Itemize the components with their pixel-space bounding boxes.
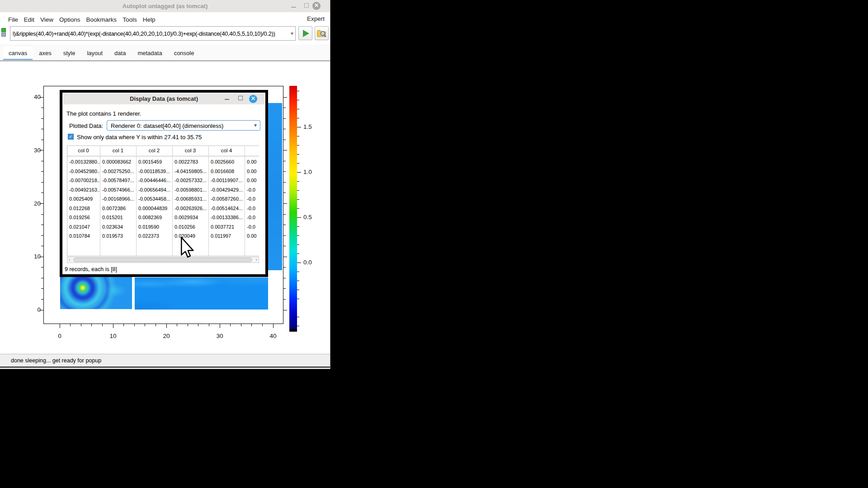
- chevron-down-icon[interactable]: ▾: [291, 30, 293, 37]
- menu-item-options[interactable]: Options: [59, 16, 80, 23]
- scrollbar-thumb[interactable]: [73, 258, 252, 262]
- dialog-close-button[interactable]: ✕: [249, 95, 257, 103]
- right-frame-minor-tick: [283, 192, 286, 193]
- table-cell[interactable]: 0.021047: [69, 224, 99, 230]
- table-cell[interactable]: 0.0037721: [211, 224, 244, 230]
- table-cell[interactable]: -0.0: [247, 196, 259, 202]
- table-cell[interactable]: 0.000083662: [102, 159, 136, 165]
- tab-style[interactable]: style: [58, 47, 81, 61]
- table-cell[interactable]: 0.00: [247, 178, 259, 183]
- tab-data[interactable]: data: [109, 47, 131, 61]
- table-cell[interactable]: 0.00: [247, 233, 259, 239]
- table-column-header[interactable]: [245, 148, 259, 154]
- table-cell[interactable]: -0.0: [247, 187, 259, 193]
- table-cell[interactable]: -0.00685931...: [175, 196, 208, 202]
- table-cell[interactable]: -0.00133386...: [211, 215, 244, 221]
- y-axis-minor-tick: [41, 129, 43, 129]
- table-cell[interactable]: 0.015201: [102, 215, 136, 221]
- menu-item-help[interactable]: Help: [143, 16, 156, 23]
- menu-item-file[interactable]: File: [8, 16, 18, 23]
- table-cell[interactable]: 0.022373: [138, 233, 172, 239]
- menu-item-tools[interactable]: Tools: [123, 16, 137, 23]
- table-cell[interactable]: 0.0022783: [175, 159, 208, 165]
- uri-address-combobox[interactable]: l)&ripples(40,40)+rand(40,40)*(exp(-dist…: [10, 26, 296, 41]
- table-cell[interactable]: -0.00574966...: [102, 187, 136, 193]
- table-column-header[interactable]: col 0: [67, 148, 100, 154]
- plotted-data-combobox[interactable]: Renderer 0: dataset[40,40] (dimensionles…: [107, 120, 260, 131]
- table-cell[interactable]: 0.019256: [69, 215, 99, 221]
- table-column-header[interactable]: col 1: [100, 148, 136, 154]
- heatmap-bottom-tile: [135, 277, 268, 310]
- table-cell[interactable]: -0.00587260...: [211, 196, 244, 202]
- table-cell[interactable]: -0.00132880...: [69, 159, 99, 165]
- dialog-minimize-icon[interactable]: [225, 99, 229, 100]
- tab-console[interactable]: console: [169, 47, 200, 61]
- tab-layout[interactable]: layout: [81, 47, 108, 61]
- table-cell[interactable]: -0.00168966...: [102, 196, 136, 202]
- go-play-button[interactable]: [298, 26, 312, 40]
- table-cell[interactable]: 0.0015459: [138, 159, 172, 165]
- table-cell[interactable]: 0.0016608: [211, 169, 244, 174]
- table-column-header[interactable]: col 2: [136, 148, 172, 154]
- scroll-left-icon[interactable]: ‹: [69, 257, 70, 263]
- table-cell[interactable]: -0.00118539...: [138, 169, 172, 174]
- table-cell[interactable]: -0.00429429...: [211, 187, 244, 193]
- table-cell[interactable]: -0.00598801...: [175, 187, 208, 193]
- table-column-header[interactable]: col 4: [208, 148, 245, 154]
- table-cell[interactable]: -0.00257332...: [175, 178, 208, 183]
- table-cell[interactable]: 0.012268: [69, 206, 99, 211]
- expert-menu-item[interactable]: Expert: [307, 15, 325, 22]
- table-cell[interactable]: 0.023634: [102, 224, 136, 230]
- table-cell[interactable]: 0.010256: [175, 224, 208, 230]
- table-cell[interactable]: -0.00446446...: [138, 178, 172, 183]
- window-minimize-button[interactable]: [288, 0, 300, 12]
- table-cell[interactable]: -4.04159805...: [175, 169, 208, 174]
- table-cell[interactable]: -0.0: [247, 224, 259, 230]
- table-cell[interactable]: -0.0: [247, 206, 259, 211]
- menu-item-edit[interactable]: Edit: [24, 16, 34, 23]
- filter-checkbox-label[interactable]: Show only data where Y is within 27.41 t…: [77, 134, 202, 141]
- inspect-uri-button[interactable]: [315, 26, 329, 40]
- plotted-data-label: Plotted Data:: [69, 122, 103, 129]
- menu-item-bookmarks[interactable]: Bookmarks: [86, 16, 117, 23]
- table-cell[interactable]: 0.019590: [138, 224, 172, 230]
- table-cell[interactable]: 0.0082369: [138, 215, 172, 221]
- table-cell[interactable]: 0.000044839: [138, 206, 172, 211]
- table-cell[interactable]: 0.010784: [69, 233, 99, 239]
- dialog-maximize-icon[interactable]: [238, 96, 243, 100]
- table-cell[interactable]: -0.00578497...: [102, 178, 136, 183]
- uri-value[interactable]: l)&ripples(40,40)+rand(40,40)*(exp(-dist…: [13, 30, 284, 37]
- filter-checkbox[interactable]: ✓: [68, 134, 74, 140]
- table-cell[interactable]: -0.00492163...: [69, 187, 99, 193]
- table-cell[interactable]: -0.00534458...: [138, 196, 172, 202]
- menu-item-view[interactable]: View: [40, 16, 53, 23]
- table-cell[interactable]: 0.0025660: [211, 159, 244, 165]
- table-horizontal-scrollbar[interactable]: ‹ ›: [67, 257, 259, 263]
- colorbar-minor-tick: [297, 136, 299, 136]
- chevron-down-icon[interactable]: ▾: [254, 122, 257, 128]
- table-cell[interactable]: 0.011997: [211, 233, 244, 239]
- table-cell[interactable]: 0.0025409: [69, 196, 99, 202]
- tab-canvas[interactable]: canvas: [3, 47, 33, 61]
- table-cell[interactable]: -0.0: [247, 215, 259, 221]
- table-cell[interactable]: 0.00: [247, 159, 259, 165]
- table-cell[interactable]: -0.00700218...: [69, 178, 99, 183]
- table-column-header[interactable]: col 3: [172, 148, 208, 154]
- table-cell[interactable]: -0.00514624...: [211, 206, 244, 211]
- scroll-right-icon[interactable]: ›: [256, 257, 257, 263]
- window-close-button[interactable]: ✕: [311, 0, 322, 12]
- dialog-titlebar[interactable]: Display Data (as tomcat) ✕: [63, 94, 264, 104]
- table-cell[interactable]: -0.00656494...: [138, 187, 172, 193]
- table-cell[interactable]: 0.0029934: [175, 215, 208, 221]
- table-cell[interactable]: 0.0072386: [102, 206, 136, 211]
- table-cell[interactable]: -0.00119907...: [211, 178, 244, 183]
- x-axis-minor-tick: [230, 324, 231, 326]
- table-cell[interactable]: -0.00275250...: [102, 169, 136, 174]
- table-cell[interactable]: 0.019573: [102, 233, 136, 239]
- tab-axes[interactable]: axes: [33, 47, 57, 61]
- tab-metadata[interactable]: metadata: [132, 47, 167, 61]
- table-cell[interactable]: -0.00263926...: [175, 206, 208, 211]
- table-cell[interactable]: 0.00: [247, 169, 259, 174]
- colorbar-minor-tick: [297, 281, 299, 281]
- table-cell[interactable]: -0.00452980...: [69, 169, 99, 174]
